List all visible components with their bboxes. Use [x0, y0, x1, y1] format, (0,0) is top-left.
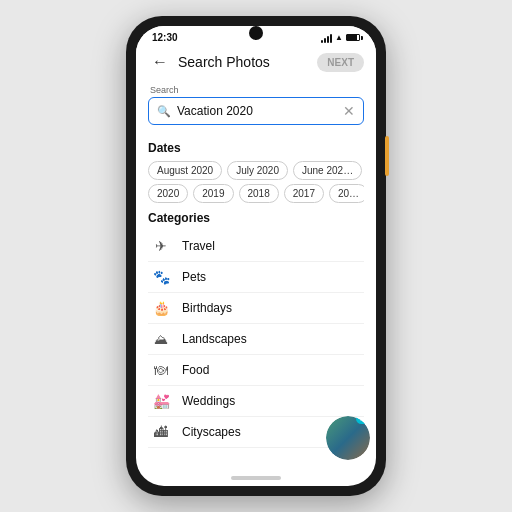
- battery-icon: [346, 34, 360, 41]
- category-food[interactable]: 🍽 Food: [148, 355, 364, 386]
- category-label-food: Food: [182, 363, 209, 377]
- travel-icon: ✈: [150, 238, 172, 254]
- year-chip-1[interactable]: 2019: [193, 184, 233, 203]
- year-chip-0[interactable]: 2020: [148, 184, 188, 203]
- status-icons: ▲: [321, 33, 360, 43]
- side-button: [385, 136, 389, 176]
- food-icon: 🍽: [150, 362, 172, 378]
- category-pets[interactable]: 🐾 Pets: [148, 262, 364, 293]
- month-chips: August 2020 July 2020 June 202…: [148, 161, 364, 180]
- categories-section-title: Categories: [148, 211, 364, 225]
- month-chip-0[interactable]: August 2020: [148, 161, 222, 180]
- search-input[interactable]: Vacation 2020: [177, 104, 337, 118]
- year-chip-3[interactable]: 2017: [284, 184, 324, 203]
- category-weddings[interactable]: 💒 Weddings: [148, 386, 364, 417]
- category-landscapes[interactable]: ⛰ Landscapes: [148, 324, 364, 355]
- clear-button[interactable]: ✕: [343, 103, 355, 119]
- category-label-weddings: Weddings: [182, 394, 235, 408]
- fab-badge: 32: [356, 416, 370, 424]
- dates-section-title: Dates: [148, 141, 364, 155]
- year-chip-2[interactable]: 2018: [239, 184, 279, 203]
- category-label-travel: Travel: [182, 239, 215, 253]
- year-chip-4[interactable]: 20…: [329, 184, 364, 203]
- signal-icon: [321, 33, 332, 43]
- phone-frame: 12:30 ▲ ← Search Photos NEXT Se: [126, 16, 386, 496]
- back-button[interactable]: ←: [148, 51, 172, 73]
- category-label-cityscapes: Cityscapes: [182, 425, 241, 439]
- search-icon: 🔍: [157, 105, 171, 118]
- year-chips: 2020 2019 2018 2017 20…: [148, 184, 364, 203]
- page-title: Search Photos: [178, 54, 311, 70]
- month-chip-2[interactable]: June 202…: [293, 161, 362, 180]
- phone-notch: [249, 26, 263, 40]
- pets-icon: 🐾: [150, 269, 172, 285]
- landscapes-icon: ⛰: [150, 331, 172, 347]
- fab-container: 32: [326, 416, 370, 460]
- wifi-icon: ▲: [335, 33, 343, 42]
- category-label-pets: Pets: [182, 270, 206, 284]
- search-container: Search 🔍 Vacation 2020 ✕: [136, 79, 376, 133]
- search-label: Search: [148, 85, 364, 95]
- category-label-landscapes: Landscapes: [182, 332, 247, 346]
- category-travel[interactable]: ✈ Travel: [148, 231, 364, 262]
- app-header: ← Search Photos NEXT: [136, 45, 376, 79]
- category-birthdays[interactable]: 🎂 Birthdays: [148, 293, 364, 324]
- fab-button[interactable]: 32: [326, 416, 370, 460]
- weddings-icon: 💒: [150, 393, 172, 409]
- status-time: 12:30: [152, 32, 178, 43]
- birthdays-icon: 🎂: [150, 300, 172, 316]
- home-indicator: [231, 476, 281, 480]
- categories-section: Categories ✈ Travel 🐾 Pets 🎂 Birthdays ⛰…: [148, 211, 364, 448]
- next-button[interactable]: NEXT: [317, 53, 364, 72]
- cityscapes-icon: 🏙: [150, 424, 172, 440]
- month-chip-1[interactable]: July 2020: [227, 161, 288, 180]
- category-label-birthdays: Birthdays: [182, 301, 232, 315]
- search-box[interactable]: 🔍 Vacation 2020 ✕: [148, 97, 364, 125]
